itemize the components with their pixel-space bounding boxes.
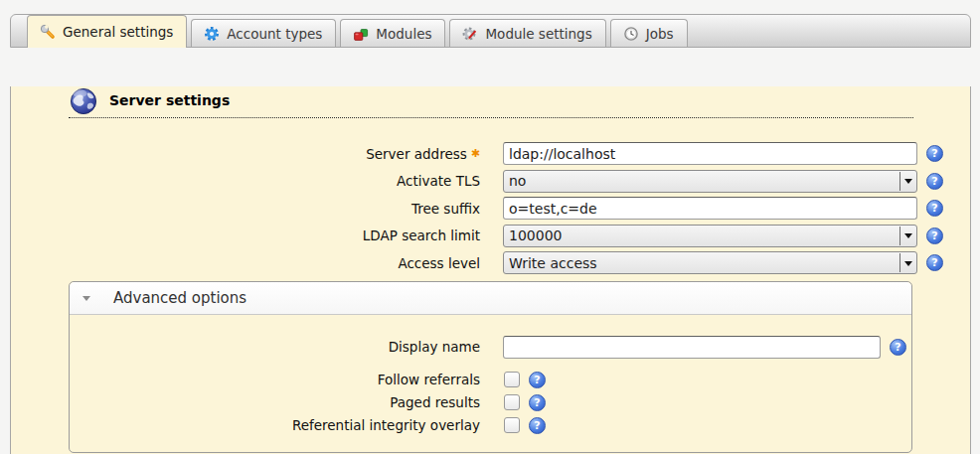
help-icon[interactable]: ? (926, 145, 943, 162)
help-icon[interactable]: ? (926, 200, 943, 217)
activate-tls-select[interactable]: no (503, 170, 917, 193)
server-address-input[interactable] (503, 142, 917, 165)
tab-account-types[interactable]: Account types (191, 19, 336, 47)
access-level-label: Access level (11, 255, 503, 271)
tab-bar: General settings Account types Modules (10, 14, 971, 48)
display-name-input[interactable] (503, 336, 881, 359)
referential-integrity-label: Referential integrity overlay (70, 417, 503, 433)
advanced-options-title: Advanced options (113, 289, 246, 307)
access-level-select[interactable]: Write access (503, 251, 917, 274)
tree-suffix-label: Tree suffix (11, 201, 503, 217)
row-paged-results: Paged results ? (70, 391, 911, 414)
row-ldap-search-limit: LDAP search limit 100000 ? (11, 223, 970, 250)
tab-label: General settings (63, 24, 173, 40)
row-display-name: Display name ? (70, 334, 911, 361)
ldap-search-limit-label: LDAP search limit (11, 227, 503, 243)
server-address-label: Server address✱ (11, 146, 503, 162)
advanced-options-toggle[interactable]: Advanced options (70, 282, 911, 315)
row-access-level: Access level Write access ? (11, 249, 970, 277)
advanced-options-box: Advanced options Display name ? Follow r… (69, 281, 912, 453)
modules-icon (353, 26, 369, 42)
tab-module-settings[interactable]: Module settings (449, 19, 605, 47)
help-icon[interactable]: ? (926, 254, 943, 271)
activate-tls-label: Activate TLS (11, 173, 503, 189)
help-icon[interactable]: ? (926, 173, 943, 190)
help-icon[interactable]: ? (529, 417, 546, 434)
section-title: Server settings (109, 92, 230, 108)
caret-down-icon (82, 296, 90, 305)
referential-integrity-checkbox[interactable] (504, 417, 520, 433)
tab-jobs[interactable]: Jobs (610, 19, 688, 47)
help-icon[interactable]: ? (926, 227, 943, 244)
follow-referrals-label: Follow referrals (70, 372, 503, 387)
paged-results-label: Paged results (70, 394, 503, 410)
gear-blue-icon (204, 26, 220, 42)
row-activate-tls: Activate TLS no ? (11, 168, 970, 196)
tab-label: Module settings (485, 26, 591, 42)
ldap-search-limit-select[interactable]: 100000 (503, 225, 917, 247)
wrench-icon (40, 24, 56, 40)
server-settings-form: Server address✱ ? Activate TLS no ? (11, 140, 970, 277)
required-marker: ✱ (471, 147, 480, 160)
server-settings-header: Server settings (69, 86, 913, 118)
row-tree-suffix: Tree suffix ? (11, 195, 970, 223)
advanced-options-body: Display name ? Follow referrals ? Page (70, 315, 911, 452)
follow-referrals-checkbox[interactable] (504, 372, 520, 387)
tab-label: Modules (376, 26, 431, 42)
paged-results-checkbox[interactable] (504, 394, 520, 410)
row-follow-referrals: Follow referrals ? (70, 369, 911, 391)
general-settings-panel: Server settings Server address✱ ? Activa… (10, 86, 971, 454)
tab-label: Jobs (646, 26, 674, 42)
tree-suffix-input[interactable] (503, 197, 917, 220)
gear-edit-icon (462, 26, 478, 42)
help-icon[interactable]: ? (529, 394, 546, 411)
tab-general-settings[interactable]: General settings (27, 15, 187, 48)
globe-icon (69, 86, 98, 116)
settings-widget: General settings Account types Modules (10, 14, 971, 454)
row-server-address: Server address✱ ? (11, 140, 970, 168)
row-referential-integrity: Referential integrity overlay ? (70, 414, 911, 437)
help-icon[interactable]: ? (890, 339, 906, 356)
tab-modules[interactable]: Modules (340, 19, 445, 47)
help-icon[interactable]: ? (529, 372, 546, 388)
tab-label: Account types (227, 26, 322, 42)
display-name-label: Display name (70, 339, 503, 355)
clock-icon (623, 26, 639, 42)
